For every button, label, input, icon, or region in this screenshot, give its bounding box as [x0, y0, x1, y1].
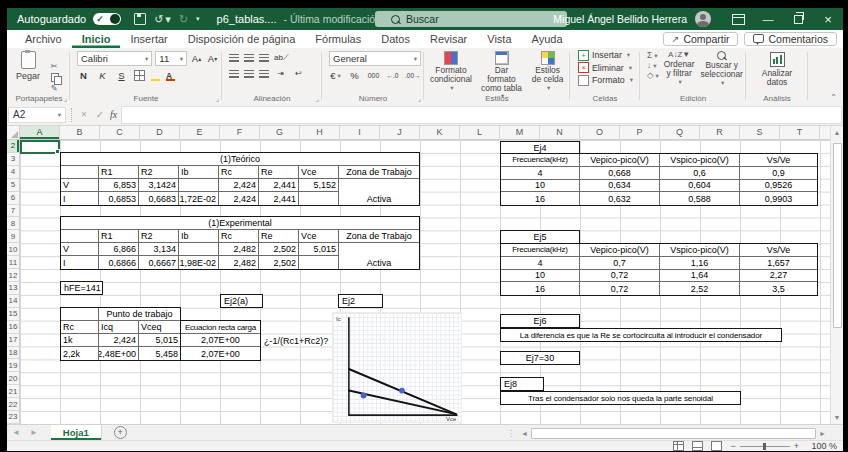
dialog-launcher-icon[interactable]: ⌟	[316, 95, 319, 103]
row-header-7[interactable]: 7	[7, 205, 19, 218]
header-cell[interactable]: R2	[139, 166, 179, 179]
search-box[interactable]: Buscar	[375, 11, 567, 27]
data-cell[interactable]: 2,441	[259, 192, 299, 205]
ej8-label-cell[interactable]: Ej8	[500, 377, 544, 391]
data-cell[interactable]: 2,2k	[61, 347, 99, 360]
restore-button[interactable]	[783, 8, 813, 30]
tab-ayuda[interactable]: Ayuda	[522, 31, 573, 48]
dialog-launcher-icon[interactable]: ⌟	[418, 95, 421, 103]
data-cell[interactable]: 2,502	[259, 256, 299, 269]
fill-color-icon[interactable]	[151, 71, 160, 80]
data-cell[interactable]: 0,72	[580, 282, 660, 295]
column-header-M[interactable]: M	[500, 126, 540, 139]
tab-datos[interactable]: Datos	[371, 31, 420, 48]
share-button[interactable]: ↗Compartir	[663, 32, 739, 46]
sheet-nav-right-icon[interactable]: ►	[25, 428, 43, 437]
column-header-S[interactable]: S	[740, 126, 780, 139]
column-header-A[interactable]: A	[20, 126, 60, 139]
data-cell[interactable]: V	[61, 243, 99, 256]
header-cell[interactable]: Vspico-pico(V)	[660, 154, 740, 167]
header-cell[interactable]: Ib	[179, 230, 219, 243]
zoom-out-icon[interactable]: −	[730, 441, 735, 451]
row-header-13[interactable]: 13	[7, 282, 19, 295]
tab-insertar[interactable]: Insertar	[120, 31, 177, 48]
row-header-16[interactable]: 16	[7, 321, 19, 334]
data-cell[interactable]	[179, 179, 219, 192]
row-header-9[interactable]: 9	[7, 230, 19, 243]
data-cell[interactable]: 2,441	[259, 179, 299, 192]
row-header-21[interactable]: 21	[7, 385, 19, 398]
close-button[interactable]: ×	[813, 8, 843, 30]
data-cell[interactable]: 1,64	[660, 270, 740, 283]
ribbon-display-options-button[interactable]	[723, 8, 753, 30]
zoom-control[interactable]: − +	[730, 441, 799, 451]
header-cell[interactable]: Frecuencia(kHz)	[501, 244, 580, 257]
data-cell[interactable]: 2,27	[740, 270, 817, 283]
italic-button[interactable]: K	[96, 69, 109, 82]
row-header-3[interactable]: 3	[7, 153, 19, 166]
data-cell[interactable]: 2,502	[259, 243, 299, 256]
scroll-right-icon[interactable]: ►	[816, 430, 829, 437]
header-cell[interactable]: Vce	[299, 230, 339, 243]
data-cell[interactable]: 0,604	[660, 180, 740, 193]
redo-icon[interactable]: ↻	[179, 13, 188, 26]
data-cell[interactable]: 0,668	[580, 167, 660, 180]
row-header-2[interactable]: 2	[7, 140, 19, 153]
header-cell[interactable]: Vspico-pico(V)	[660, 244, 740, 257]
data-cell[interactable]: 2,424	[219, 192, 259, 205]
enter-icon[interactable]: ✓	[92, 109, 108, 120]
indent-icon[interactable]: ⇥	[274, 67, 287, 80]
fx-icon[interactable]: fx	[110, 109, 117, 120]
data-cell[interactable]: 0,6683	[139, 192, 179, 205]
data-cell[interactable]: 0,9526	[740, 180, 817, 193]
data-cell[interactable]: 1,72E-02	[179, 192, 219, 205]
data-cell[interactable]: 1k	[61, 334, 99, 347]
data-cell[interactable]: 2,48E+00	[99, 347, 139, 360]
page-layout-view-icon[interactable]	[692, 441, 703, 451]
zoom-slider-knob[interactable]	[763, 443, 766, 450]
align-center-icon[interactable]	[244, 70, 254, 78]
autosum-icon[interactable]: Σ▾	[647, 51, 659, 60]
column-header-H[interactable]: H	[300, 126, 340, 139]
page-break-view-icon[interactable]	[711, 441, 722, 451]
format-painter-icon[interactable]: ✎	[51, 84, 59, 93]
row-header-23[interactable]: 23	[7, 411, 19, 424]
normal-view-icon[interactable]	[673, 441, 684, 451]
underline-button[interactable]: S	[115, 69, 128, 82]
active-cell-selection[interactable]	[20, 140, 60, 154]
data-cell[interactable]	[299, 256, 339, 269]
row-header-12[interactable]: 12	[7, 269, 19, 282]
load-line-chart[interactable]: IcVce	[332, 312, 462, 423]
data-cell[interactable]: 0,9903	[740, 192, 817, 205]
column-header-N[interactable]: N	[540, 126, 580, 139]
data-cell[interactable]: 0,6667	[139, 256, 179, 269]
zona-value-cell[interactable]: Activa	[339, 243, 419, 269]
align-right-icon[interactable]	[259, 70, 269, 78]
add-sheet-button[interactable]: +	[114, 426, 127, 439]
data-cell[interactable]: 0,588	[660, 192, 740, 205]
header-cell[interactable]: Vepico-pico(V)	[580, 244, 660, 257]
data-cell[interactable]: 0,9	[740, 167, 817, 180]
scroll-down-icon[interactable]: ▼	[831, 411, 843, 424]
save-icon[interactable]	[134, 13, 146, 25]
table-title[interactable]: (1)Teórico	[61, 153, 419, 166]
header-cell[interactable]: R2	[139, 230, 179, 243]
header-cell[interactable]: Re	[259, 230, 299, 243]
data-cell[interactable]: 0,632	[580, 192, 660, 205]
row-header-22[interactable]: 22	[7, 398, 19, 411]
percent-format-icon[interactable]: %	[348, 69, 361, 82]
header-cell[interactable]: Vs/Ve	[740, 244, 817, 257]
sheet-tab-hoja1[interactable]: Hoja1	[51, 425, 102, 440]
data-cell[interactable]: 5,015	[299, 243, 339, 256]
cancel-icon[interactable]: ×	[76, 109, 92, 120]
insert-cells-button[interactable]: +Insertar▾	[578, 50, 637, 61]
column-header-E[interactable]: E	[180, 126, 220, 139]
header-cell[interactable]: Frecuencia(kHz)	[501, 154, 580, 167]
tab-inicio[interactable]: Inicio	[72, 31, 121, 48]
horizontal-scroll-thumb[interactable]	[531, 428, 816, 439]
row-header-20[interactable]: 20	[7, 372, 19, 385]
column-header-F[interactable]: F	[220, 126, 260, 139]
column-header-P[interactable]: P	[620, 126, 660, 139]
data-cell[interactable]: 3,134	[139, 243, 179, 256]
font-color-icon[interactable]: A	[166, 71, 175, 80]
